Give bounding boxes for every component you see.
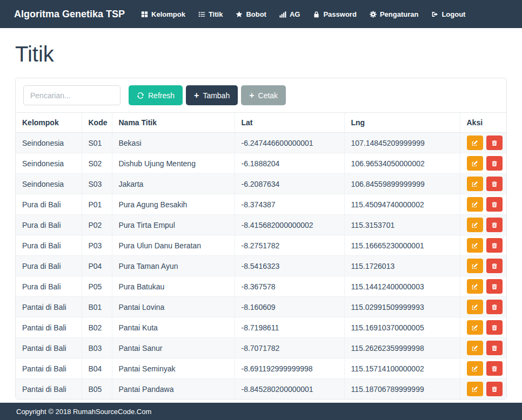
edit-button[interactable] bbox=[467, 136, 483, 150]
cell-lat: -6.2087634 bbox=[235, 174, 344, 194]
cell-aksi bbox=[460, 215, 506, 235]
search-input[interactable] bbox=[23, 85, 121, 105]
cell-lng: 115.16910370000005 bbox=[344, 317, 460, 338]
cell-kode: P02 bbox=[82, 215, 112, 235]
cell-kelompok: Pura di Bali bbox=[16, 215, 82, 235]
delete-button[interactable] bbox=[486, 300, 503, 314]
delete-button[interactable] bbox=[486, 382, 503, 396]
trash-icon bbox=[491, 263, 498, 269]
delete-button[interactable] bbox=[486, 238, 503, 253]
edit-button[interactable] bbox=[467, 156, 483, 171]
nav-item-label: Titik bbox=[209, 10, 223, 18]
nav-item-logout[interactable]: Logout bbox=[425, 0, 472, 28]
table-row: Seindonesia S02 Dishub Ujung Menteng -6.… bbox=[16, 153, 506, 174]
cell-aksi bbox=[460, 338, 506, 358]
lock-icon bbox=[313, 11, 320, 18]
cell-kode: P05 bbox=[82, 276, 112, 297]
cell-aksi bbox=[460, 358, 506, 379]
edit-button[interactable] bbox=[467, 320, 483, 335]
cell-lat: -8.845280200000001 bbox=[235, 379, 344, 399]
cell-nama-titik: Pantai Sanur bbox=[112, 338, 235, 358]
tambah-button[interactable]: + Tambah bbox=[186, 85, 238, 105]
trash-icon bbox=[491, 160, 498, 167]
delete-button[interactable] bbox=[486, 177, 503, 191]
cell-nama-titik: Pura Batukau bbox=[112, 276, 235, 297]
cell-lat: -8.160609 bbox=[235, 297, 344, 317]
cell-nama-titik: Pantai Pandawa bbox=[112, 379, 235, 399]
cell-nama-titik: Pantai Lovina bbox=[112, 297, 235, 317]
nav-item-bobot[interactable]: Bobot bbox=[229, 0, 273, 28]
cell-lat: -8.5416323 bbox=[235, 256, 344, 276]
cell-aksi bbox=[460, 276, 506, 297]
logout-icon bbox=[431, 11, 438, 18]
trash-icon bbox=[491, 181, 498, 187]
edit-button[interactable] bbox=[467, 382, 483, 396]
trash-icon bbox=[491, 222, 498, 228]
table-row: Pantai di Bali B02 Pantai Kuta -8.719861… bbox=[16, 317, 506, 338]
refresh-button-label: Refresh bbox=[148, 91, 175, 100]
edit-button[interactable] bbox=[467, 238, 483, 253]
cell-nama-titik: Pura Agung Besakih bbox=[112, 194, 235, 215]
edit-button[interactable] bbox=[467, 259, 483, 273]
table-row: Seindonesia S01 Bekasi -6.24744660000000… bbox=[16, 133, 506, 153]
refresh-button[interactable]: Refresh bbox=[129, 85, 183, 105]
delete-button[interactable] bbox=[486, 279, 503, 294]
col-header-kode: Kode bbox=[82, 113, 112, 133]
edit-button[interactable] bbox=[467, 341, 483, 355]
signal-bars-icon bbox=[279, 11, 286, 18]
edit-icon bbox=[472, 365, 478, 372]
cell-nama-titik: Bekasi bbox=[112, 133, 235, 153]
cetak-button[interactable]: + Cetak bbox=[241, 85, 286, 105]
table-row: Pantai di Bali B01 Pantai Lovina -8.1606… bbox=[16, 297, 506, 317]
toolbar: Refresh + Tambah + Cetak bbox=[16, 78, 506, 112]
nav-item-label: Pengaturan bbox=[380, 10, 419, 18]
edit-button[interactable] bbox=[467, 177, 483, 191]
trash-icon bbox=[491, 242, 498, 249]
table-row: Pura di Bali P05 Pura Batukau -8.367578 … bbox=[16, 276, 506, 297]
cell-aksi bbox=[460, 174, 506, 194]
cell-aksi bbox=[460, 235, 506, 256]
navbar: Algoritma Genetika TSP Kelompok Titik Bo… bbox=[0, 0, 522, 28]
edit-button[interactable] bbox=[467, 300, 483, 314]
nav-item-kelompok[interactable]: Kelompok bbox=[135, 0, 192, 28]
cell-kelompok: Seindonesia bbox=[16, 174, 82, 194]
plus-icon: + bbox=[194, 91, 199, 100]
cell-kode: S01 bbox=[82, 133, 112, 153]
delete-button[interactable] bbox=[486, 259, 503, 273]
edit-icon bbox=[472, 263, 478, 269]
delete-button[interactable] bbox=[486, 361, 503, 376]
table-body: Seindonesia S01 Bekasi -6.24744660000000… bbox=[16, 133, 506, 399]
navbar-brand[interactable]: Algoritma Genetika TSP bbox=[14, 9, 125, 20]
nav-item-titik[interactable]: Titik bbox=[192, 0, 230, 28]
cell-lat: -8.415682000000002 bbox=[235, 215, 344, 235]
cell-kelompok: Pantai di Bali bbox=[16, 379, 82, 399]
edit-button[interactable] bbox=[467, 197, 483, 212]
nav-item-password[interactable]: Password bbox=[306, 0, 363, 28]
cell-lng: 106.96534050000002 bbox=[344, 153, 460, 174]
delete-button[interactable] bbox=[486, 156, 503, 171]
delete-button[interactable] bbox=[486, 136, 503, 150]
cell-nama-titik: Pura Tirta Empul bbox=[112, 215, 235, 235]
delete-button[interactable] bbox=[486, 320, 503, 335]
trash-icon bbox=[491, 324, 498, 331]
cell-lng: 115.14412400000003 bbox=[344, 276, 460, 297]
table-row: Pura di Bali P04 Pura Taman Ayun -8.5416… bbox=[16, 256, 506, 276]
delete-button[interactable] bbox=[486, 218, 503, 232]
nav-item-label: AG bbox=[290, 10, 300, 18]
cell-lat: -8.2751782 bbox=[235, 235, 344, 256]
cell-nama-titik: Dishub Ujung Menteng bbox=[112, 153, 235, 174]
edit-button[interactable] bbox=[467, 218, 483, 232]
delete-button[interactable] bbox=[486, 197, 503, 212]
cell-nama-titik: Pantai Kuta bbox=[112, 317, 235, 338]
nav-item-ag[interactable]: AG bbox=[273, 0, 307, 28]
page-title: Titik bbox=[15, 41, 507, 67]
edit-button[interactable] bbox=[467, 279, 483, 294]
edit-button[interactable] bbox=[467, 361, 483, 376]
cell-nama-titik: Pura Taman Ayun bbox=[112, 256, 235, 276]
cell-aksi bbox=[460, 194, 506, 215]
nav-item-pengaturan[interactable]: Pengaturan bbox=[363, 0, 425, 28]
cell-lng: 107.14845209999999 bbox=[344, 133, 460, 153]
delete-button[interactable] bbox=[486, 341, 503, 355]
edit-icon bbox=[472, 160, 478, 167]
cell-aksi bbox=[460, 153, 506, 174]
